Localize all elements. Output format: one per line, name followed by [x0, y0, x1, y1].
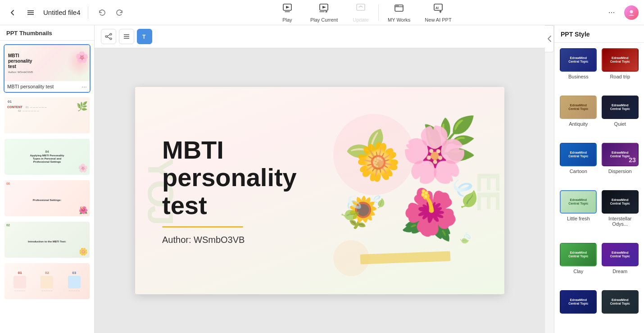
right-panel-header: PPT Style: [554, 25, 644, 43]
style-thumb-dispersion: EdrawMindCentral Topic 23: [602, 143, 639, 166]
my-works-label: MY Works: [388, 17, 410, 23]
thumbnail-list: MBTIpersonalitytest Author: WSmbO3VB 🌸 M…: [0, 41, 94, 333]
style-thumb-roadtrip: EdrawMindCentral Topic: [602, 48, 639, 72]
back-button[interactable]: [5, 5, 20, 20]
svg-text:AI: AI: [435, 6, 439, 9]
update-label: Update: [353, 17, 368, 23]
thumbnail-5[interactable]: 02 Introduction to the MBTI Test: 🌼: [4, 221, 91, 259]
style-dark1[interactable]: EdrawMindCentral Topic: [560, 290, 597, 328]
style-quiet[interactable]: EdrawMindCentral Topic Quiet: [602, 96, 639, 138]
style-label-business: Business: [568, 74, 589, 79]
svg-marker-4: [286, 6, 290, 9]
text-tool-button[interactable]: T: [137, 29, 152, 44]
list-tool-button[interactable]: [119, 29, 134, 44]
right-panel-title: PPT Style: [561, 31, 590, 38]
thumbnail-1-more[interactable]: ···: [82, 83, 87, 90]
user-avatar[interactable]: [624, 5, 639, 20]
toolbar-divider-2: [378, 5, 379, 21]
style-label-dream: Dream: [612, 269, 627, 274]
new-ai-ppt-icon: AI: [433, 3, 444, 16]
share-tool-button[interactable]: [101, 29, 116, 44]
toolbar-right: ···: [604, 5, 639, 20]
style-interstellar[interactable]: EdrawMindCentral Topic Interstellar Odys…: [602, 190, 639, 238]
toolbar-center: Play Play Current Update MY Works AI New: [130, 1, 601, 24]
thumbnail-4-image: 06 Professional Settings: 🌺: [5, 180, 90, 216]
new-ai-ppt-button[interactable]: AI New AI PPT: [417, 1, 458, 24]
play-button[interactable]: Play: [272, 1, 303, 24]
style-label-antiquity: Antiquity: [569, 121, 588, 127]
update-button[interactable]: Update: [345, 1, 376, 24]
style-label-cartoon: Cartoon: [570, 169, 587, 174]
sidebar-title: PPT Thumbnails: [0, 25, 94, 41]
slide-flower-image: 🌿 🌱 🌸 🌺 🌼 🌻 🍃 🍃 🍃 🍃: [324, 96, 495, 285]
svg-rect-11: [395, 5, 403, 11]
svg-line-22: [107, 37, 110, 38]
svg-point-19: [105, 36, 107, 37]
thumbnail-6[interactable]: 01 — — — — — 02 — — — — — 03: [4, 262, 91, 300]
thumbnail-1-text: MBTI personality test: [7, 84, 54, 89]
collapse-right-panel-button[interactable]: [545, 25, 554, 52]
style-antiquity[interactable]: EdrawMindCentral Topic Antiquity: [560, 96, 597, 138]
main-slide: Y O J E E MBTI personality test: [135, 87, 504, 294]
svg-point-13: [396, 5, 397, 6]
play-label: Play: [282, 17, 292, 23]
thumbnail-3[interactable]: 04 Applying MBTI PersonalityTypes in Per…: [4, 138, 91, 176]
play-current-button[interactable]: Play Current: [303, 1, 345, 24]
main-area: PPT Thumbnails MBTIpersonalitytest Autho…: [0, 25, 644, 333]
play-current-icon: [318, 3, 329, 16]
more-button[interactable]: ···: [604, 5, 619, 20]
svg-marker-9: [326, 11, 328, 13]
style-label-dispersion: Dispersion: [608, 169, 632, 174]
canvas-toolbar: T: [95, 25, 545, 48]
style-clay[interactable]: EdrawMindCentral Topic Clay: [560, 243, 597, 286]
file-title: Untitled file4: [43, 9, 81, 16]
style-thumb-business: EdrawMindCentral Topic: [560, 48, 597, 72]
thumbnail-2-image: 01 CONTENT 01 — — — — — — 02 — — — — — —: [5, 97, 90, 133]
canvas-wrapper: Y O J E E MBTI personality test: [95, 48, 545, 333]
style-thumb-interstellar: EdrawMindCentral Topic: [602, 190, 639, 214]
play-current-label: Play Current: [310, 17, 338, 23]
thumbnail-1[interactable]: MBTIpersonalitytest Author: WSmbO3VB 🌸 M…: [4, 44, 91, 93]
thumbnail-1-label: MBTI personality test ···: [5, 81, 90, 92]
dispersion-number: 23: [629, 156, 636, 164]
style-moon[interactable]: EdrawMindCentral Topic: [602, 290, 639, 328]
play-icon: [282, 3, 293, 16]
my-works-button[interactable]: MY Works: [381, 1, 417, 24]
thumbnail-3-image: 04 Applying MBTI PersonalityTypes in Per…: [5, 139, 90, 175]
main-toolbar: Untitled file4 Play Play Current Update: [0, 0, 644, 25]
style-cartoon[interactable]: EdrawMindCentral Topic Cartoon: [560, 143, 597, 186]
style-littlefresh[interactable]: EdrawMindCentral Topic Little fresh: [560, 190, 597, 238]
style-label-clay: Clay: [573, 269, 583, 274]
style-grid: EdrawMindCentral Topic Business EdrawMin…: [554, 43, 644, 333]
style-thumb-antiquity: EdrawMindCentral Topic: [560, 96, 597, 119]
style-thumb-quiet: EdrawMindCentral Topic: [602, 96, 639, 119]
svg-line-21: [107, 35, 110, 36]
style-thumb-cartoon: EdrawMindCentral Topic: [560, 143, 597, 166]
canvas-area: T Y O J E E: [95, 25, 545, 333]
style-thumb-littlefresh: EdrawMindCentral Topic: [560, 190, 597, 214]
style-thumb-dark1: EdrawMindCentral Topic: [560, 290, 597, 314]
style-label-littlefresh: Little fresh: [567, 216, 590, 221]
style-thumb-clay: EdrawMindCentral Topic: [560, 243, 597, 266]
thumbnail-2[interactable]: 01 CONTENT 01 — — — — — — 02 — — — — — —: [4, 96, 91, 134]
style-dream[interactable]: EdrawMindCentral Topic Dream: [602, 243, 639, 286]
svg-point-20: [110, 38, 112, 40]
svg-point-18: [110, 33, 112, 35]
thumbnail-6-image: 01 — — — — — 02 — — — — — 03: [5, 263, 90, 299]
svg-point-14: [398, 5, 399, 6]
redo-button[interactable]: [113, 6, 126, 19]
menu-button[interactable]: [23, 5, 38, 20]
svg-marker-7: [322, 6, 326, 9]
thumbnail-5-image: 02 Introduction to the MBTI Test: 🌼: [5, 222, 90, 258]
svg-rect-10: [357, 4, 365, 10]
thumbnail-4[interactable]: 06 Professional Settings: 🌺: [4, 179, 91, 217]
style-dispersion[interactable]: EdrawMindCentral Topic 23 Dispersion: [602, 143, 639, 186]
sidebar: PPT Thumbnails MBTIpersonalitytest Autho…: [0, 25, 95, 333]
style-roadtrip[interactable]: EdrawMindCentral Topic Road trip: [602, 48, 639, 91]
undo-button[interactable]: [95, 6, 109, 19]
style-business[interactable]: EdrawMindCentral Topic Business: [560, 48, 597, 91]
svg-text:T: T: [142, 34, 146, 40]
slide-underline: [162, 226, 243, 228]
style-label-roadtrip: Road trip: [610, 74, 630, 79]
toolbar-left: Untitled file4: [5, 5, 126, 20]
